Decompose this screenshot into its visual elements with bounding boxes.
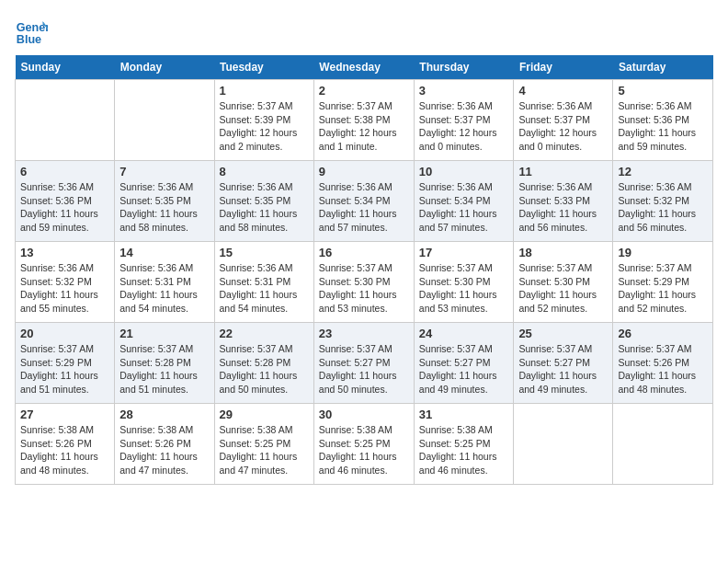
day-info: Sunrise: 5:37 AMSunset: 5:28 PMDaylight:… — [220, 342, 309, 396]
day-number: 22 — [220, 327, 309, 340]
calendar-cell: 17Sunrise: 5:37 AMSunset: 5:30 PMDayligh… — [414, 242, 514, 323]
day-info: Sunrise: 5:36 AMSunset: 5:31 PMDaylight:… — [220, 261, 309, 316]
day-number: 1 — [220, 84, 309, 98]
calendar-cell: 24Sunrise: 5:37 AMSunset: 5:27 PMDayligh… — [414, 323, 514, 404]
day-info: Sunrise: 5:36 AMSunset: 5:34 PMDaylight:… — [319, 180, 409, 235]
calendar-cell: 2Sunrise: 5:37 AMSunset: 5:38 PMDaylight… — [313, 80, 414, 161]
calendar-cell: 19Sunrise: 5:37 AMSunset: 5:29 PMDayligh… — [613, 242, 713, 323]
calendar-cell: 28Sunrise: 5:38 AMSunset: 5:26 PMDayligh… — [115, 404, 214, 485]
logo-icon: General Blue — [15, 15, 48, 48]
day-info: Sunrise: 5:37 AMSunset: 5:29 PMDaylight:… — [20, 342, 109, 396]
day-number: 5 — [618, 84, 708, 98]
day-info: Sunrise: 5:36 AMSunset: 5:33 PMDaylight:… — [518, 180, 608, 235]
day-number: 6 — [20, 165, 109, 178]
day-number: 21 — [119, 327, 209, 340]
day-number: 15 — [220, 246, 309, 259]
calendar-week-row: 27Sunrise: 5:38 AMSunset: 5:26 PMDayligh… — [16, 404, 713, 485]
day-info: Sunrise: 5:37 AMSunset: 5:27 PMDaylight:… — [419, 342, 509, 396]
day-info: Sunrise: 5:38 AMSunset: 5:25 PMDaylight:… — [319, 423, 409, 477]
weekday-header-thursday: Thursday — [414, 55, 514, 80]
logo: General Blue — [15, 15, 51, 48]
day-info: Sunrise: 5:38 AMSunset: 5:25 PMDaylight:… — [419, 423, 509, 477]
calendar-cell: 16Sunrise: 5:37 AMSunset: 5:30 PMDayligh… — [313, 242, 414, 323]
calendar-cell: 23Sunrise: 5:37 AMSunset: 5:27 PMDayligh… — [313, 323, 414, 404]
day-number: 3 — [419, 84, 509, 98]
day-info: Sunrise: 5:36 AMSunset: 5:36 PMDaylight:… — [20, 180, 109, 235]
day-number: 4 — [518, 84, 608, 98]
calendar-cell — [613, 404, 713, 485]
calendar-week-row: 1Sunrise: 5:37 AMSunset: 5:39 PMDaylight… — [16, 80, 713, 161]
day-number: 27 — [20, 408, 109, 421]
day-info: Sunrise: 5:37 AMSunset: 5:39 PMDaylight:… — [220, 99, 309, 154]
day-info: Sunrise: 5:36 AMSunset: 5:34 PMDaylight:… — [419, 180, 509, 235]
day-number: 24 — [419, 327, 509, 340]
day-number: 30 — [319, 408, 409, 421]
day-number: 8 — [220, 165, 309, 178]
day-info: Sunrise: 5:37 AMSunset: 5:38 PMDaylight:… — [319, 99, 409, 154]
calendar-week-row: 6Sunrise: 5:36 AMSunset: 5:36 PMDaylight… — [16, 161, 713, 242]
day-number: 9 — [319, 165, 409, 178]
day-number: 11 — [518, 165, 608, 178]
day-info: Sunrise: 5:38 AMSunset: 5:26 PMDaylight:… — [119, 423, 209, 477]
day-number: 29 — [220, 408, 309, 421]
day-number: 20 — [20, 327, 109, 340]
weekday-header-friday: Friday — [514, 55, 613, 80]
calendar-cell: 25Sunrise: 5:37 AMSunset: 5:27 PMDayligh… — [514, 323, 613, 404]
calendar-cell: 6Sunrise: 5:36 AMSunset: 5:36 PMDaylight… — [16, 161, 115, 242]
day-info: Sunrise: 5:36 AMSunset: 5:32 PMDaylight:… — [618, 180, 708, 235]
day-info: Sunrise: 5:37 AMSunset: 5:30 PMDaylight:… — [419, 261, 509, 316]
day-number: 28 — [119, 408, 209, 421]
weekday-header-sunday: Sunday — [16, 55, 115, 80]
day-number: 31 — [419, 408, 509, 421]
calendar-cell: 22Sunrise: 5:37 AMSunset: 5:28 PMDayligh… — [214, 323, 313, 404]
day-info: Sunrise: 5:37 AMSunset: 5:27 PMDaylight:… — [319, 342, 409, 396]
day-info: Sunrise: 5:36 AMSunset: 5:36 PMDaylight:… — [618, 99, 708, 154]
calendar-week-row: 13Sunrise: 5:36 AMSunset: 5:32 PMDayligh… — [16, 242, 713, 323]
calendar-cell: 3Sunrise: 5:36 AMSunset: 5:37 PMDaylight… — [414, 80, 514, 161]
day-info: Sunrise: 5:36 AMSunset: 5:35 PMDaylight:… — [119, 180, 209, 235]
day-number: 17 — [419, 246, 509, 259]
weekday-header-row: SundayMondayTuesdayWednesdayThursdayFrid… — [16, 55, 713, 80]
day-info: Sunrise: 5:37 AMSunset: 5:30 PMDaylight:… — [518, 261, 608, 316]
day-info: Sunrise: 5:38 AMSunset: 5:26 PMDaylight:… — [20, 423, 109, 477]
day-info: Sunrise: 5:36 AMSunset: 5:31 PMDaylight:… — [119, 261, 209, 316]
calendar-table: SundayMondayTuesdayWednesdayThursdayFrid… — [15, 55, 713, 485]
calendar-cell: 13Sunrise: 5:36 AMSunset: 5:32 PMDayligh… — [16, 242, 115, 323]
calendar-cell — [16, 80, 115, 161]
calendar-cell: 29Sunrise: 5:38 AMSunset: 5:25 PMDayligh… — [214, 404, 313, 485]
day-info: Sunrise: 5:37 AMSunset: 5:28 PMDaylight:… — [119, 342, 209, 396]
day-number: 14 — [119, 246, 209, 259]
calendar-cell: 11Sunrise: 5:36 AMSunset: 5:33 PMDayligh… — [514, 161, 613, 242]
calendar-cell: 9Sunrise: 5:36 AMSunset: 5:34 PMDaylight… — [313, 161, 414, 242]
day-info: Sunrise: 5:37 AMSunset: 5:26 PMDaylight:… — [618, 342, 708, 396]
calendar-cell: 26Sunrise: 5:37 AMSunset: 5:26 PMDayligh… — [613, 323, 713, 404]
day-number: 26 — [618, 327, 708, 340]
weekday-header-monday: Monday — [115, 55, 214, 80]
day-info: Sunrise: 5:37 AMSunset: 5:30 PMDaylight:… — [319, 261, 409, 316]
calendar-cell — [115, 80, 214, 161]
day-number: 25 — [518, 327, 608, 340]
day-info: Sunrise: 5:37 AMSunset: 5:29 PMDaylight:… — [618, 261, 708, 316]
calendar-cell: 18Sunrise: 5:37 AMSunset: 5:30 PMDayligh… — [514, 242, 613, 323]
calendar-week-row: 20Sunrise: 5:37 AMSunset: 5:29 PMDayligh… — [16, 323, 713, 404]
day-number: 2 — [319, 84, 409, 98]
calendar-cell: 8Sunrise: 5:36 AMSunset: 5:35 PMDaylight… — [214, 161, 313, 242]
calendar-cell: 20Sunrise: 5:37 AMSunset: 5:29 PMDayligh… — [16, 323, 115, 404]
calendar-cell: 12Sunrise: 5:36 AMSunset: 5:32 PMDayligh… — [613, 161, 713, 242]
day-number: 10 — [419, 165, 509, 178]
calendar-cell: 10Sunrise: 5:36 AMSunset: 5:34 PMDayligh… — [414, 161, 514, 242]
calendar-cell: 21Sunrise: 5:37 AMSunset: 5:28 PMDayligh… — [115, 323, 214, 404]
day-info: Sunrise: 5:36 AMSunset: 5:37 PMDaylight:… — [518, 99, 608, 154]
calendar-cell: 30Sunrise: 5:38 AMSunset: 5:25 PMDayligh… — [313, 404, 414, 485]
calendar-cell: 5Sunrise: 5:36 AMSunset: 5:36 PMDaylight… — [613, 80, 713, 161]
calendar-cell: 27Sunrise: 5:38 AMSunset: 5:26 PMDayligh… — [16, 404, 115, 485]
day-number: 16 — [319, 246, 409, 259]
day-number: 23 — [319, 327, 409, 340]
weekday-header-saturday: Saturday — [613, 55, 713, 80]
weekday-header-wednesday: Wednesday — [313, 55, 414, 80]
svg-text:Blue: Blue — [17, 33, 41, 46]
day-info: Sunrise: 5:38 AMSunset: 5:25 PMDaylight:… — [220, 423, 309, 477]
day-number: 12 — [618, 165, 708, 178]
day-number: 7 — [119, 165, 209, 178]
day-info: Sunrise: 5:36 AMSunset: 5:37 PMDaylight:… — [419, 99, 509, 154]
